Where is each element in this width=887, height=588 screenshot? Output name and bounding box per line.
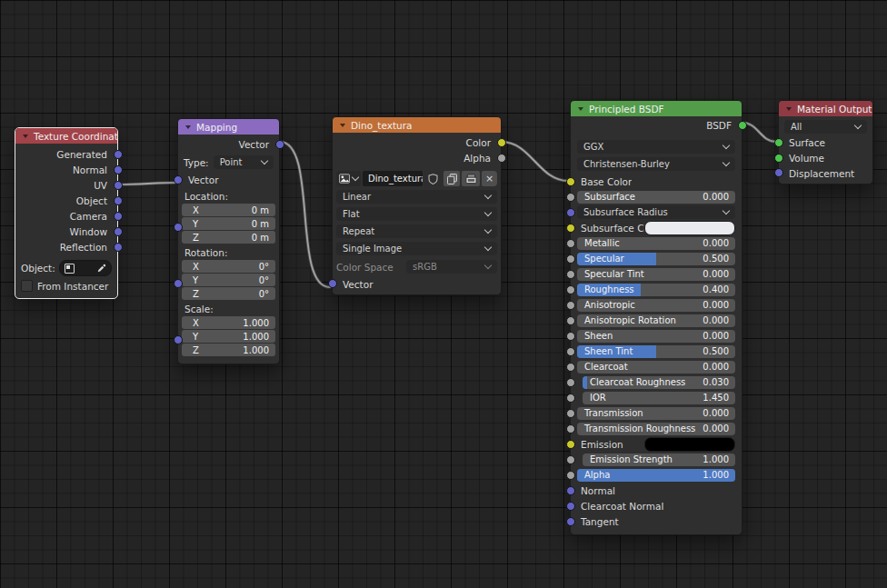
socket-metallic[interactable] xyxy=(566,239,575,248)
collapse-triangle-icon[interactable] xyxy=(340,124,345,127)
socket-clearcoat-roughness[interactable] xyxy=(566,378,575,387)
anisotropic-rotation-slider[interactable]: Anisotropic Rotation0.000 xyxy=(577,314,735,327)
alpha-slider[interactable]: Alpha1.000 xyxy=(577,469,735,482)
extension-dropdown[interactable]: Repeat xyxy=(336,224,497,238)
socket-specular[interactable] xyxy=(566,254,575,264)
pack-image-button[interactable] xyxy=(462,171,480,186)
socket-subsurface[interactable] xyxy=(566,193,575,202)
socket-subsurface-radius[interactable] xyxy=(566,208,575,217)
scale-x-slider[interactable]: X1.000 xyxy=(182,316,275,329)
transmission-roughness-slider[interactable]: Transmission Roughness0.000 xyxy=(577,423,735,435)
node-mapping[interactable]: Mapping Vector Type: Point Vector Locati… xyxy=(177,118,280,364)
socket-object[interactable] xyxy=(114,196,123,205)
socket-alpha[interactable] xyxy=(566,471,575,480)
target-dropdown[interactable]: All xyxy=(784,120,867,134)
specular-slider[interactable]: Specular0.500 xyxy=(577,253,735,265)
eyedropper-icon[interactable] xyxy=(96,264,106,274)
socket-sheen-tint[interactable] xyxy=(566,347,575,356)
object-picker-field[interactable] xyxy=(59,260,112,276)
projection-dropdown[interactable]: Flat xyxy=(336,207,497,221)
socket-base-color[interactable] xyxy=(566,177,575,186)
new-image-button[interactable] xyxy=(444,171,460,186)
socket-sheen[interactable] xyxy=(566,332,575,341)
socket-transmission-roughness[interactable] xyxy=(566,424,575,434)
color-space-dropdown[interactable]: sRGB xyxy=(406,260,497,274)
from-instancer-checkbox[interactable] xyxy=(21,280,33,292)
node-header[interactable]: Dino_textura xyxy=(333,117,501,133)
ior-slider[interactable]: IOR1.450 xyxy=(583,392,735,404)
sheen-slider[interactable]: Sheen0.000 xyxy=(577,330,735,343)
node-image-texture[interactable]: Dino_textura Color Alpha Dino_textura xyxy=(332,116,502,295)
socket-subsurface-color[interactable] xyxy=(566,224,575,233)
rotation-x-slider[interactable]: X0° xyxy=(182,260,275,273)
socket-rotation[interactable] xyxy=(174,279,183,288)
mapping-type-dropdown[interactable]: Point xyxy=(214,155,274,169)
location-y-slider[interactable]: Y0 m xyxy=(182,217,275,230)
socket-specular-tint[interactable] xyxy=(566,270,575,279)
rotation-y-slider[interactable]: Y0° xyxy=(182,274,275,286)
link-mapping-to-texture[interactable] xyxy=(280,142,330,287)
subsurface-slider[interactable]: Subsurface0.000 xyxy=(577,191,735,204)
socket-camera[interactable] xyxy=(114,212,123,221)
socket-vector-in[interactable] xyxy=(174,175,183,184)
socket-roughness[interactable] xyxy=(566,285,575,294)
unlink-image-button[interactable]: × xyxy=(482,171,497,186)
socket-clearcoat-normal[interactable] xyxy=(566,502,575,511)
source-dropdown[interactable]: Single Image xyxy=(336,242,497,255)
fake-user-toggle[interactable] xyxy=(424,171,442,186)
node-header[interactable]: Principled BSDF xyxy=(571,101,742,116)
socket-clearcoat[interactable] xyxy=(566,363,575,372)
image-name-field[interactable]: Dino_textura xyxy=(363,171,423,186)
socket-emission[interactable] xyxy=(566,440,575,449)
socket-generated[interactable] xyxy=(114,150,123,159)
sheen-tint-slider[interactable]: Sheen Tint0.500 xyxy=(577,345,735,358)
node-header[interactable]: Mapping xyxy=(178,119,279,135)
socket-vector-in[interactable] xyxy=(328,279,337,288)
emission-strength-slider[interactable]: Emission Strength1.000 xyxy=(583,453,735,466)
node-editor-canvas[interactable]: Texture Coordinate Generated Normal UV O… xyxy=(0,0,887,588)
node-principled-bsdf[interactable]: Principled BSDF BSDF GGX Christensen-Bur… xyxy=(570,100,742,535)
socket-surface[interactable] xyxy=(774,138,783,147)
socket-normal-in[interactable] xyxy=(566,486,575,495)
collapse-triangle-icon[interactable] xyxy=(578,107,583,111)
link-color-to-basecolor[interactable] xyxy=(502,142,568,181)
location-z-slider[interactable]: Z0 m xyxy=(182,231,275,244)
socket-transmission[interactable] xyxy=(566,409,575,418)
socket-normal[interactable] xyxy=(114,165,123,174)
collapse-triangle-icon[interactable] xyxy=(185,125,191,129)
socket-location[interactable] xyxy=(174,223,183,232)
clearcoat-roughness-slider[interactable]: Clearcoat Roughness0.030 xyxy=(583,376,735,389)
metallic-slider[interactable]: Metallic0.000 xyxy=(577,237,735,250)
subsurface-color-swatch[interactable] xyxy=(644,221,735,235)
socket-displacement[interactable] xyxy=(774,168,783,177)
scale-y-slider[interactable]: Y1.000 xyxy=(182,330,275,343)
collapse-triangle-icon[interactable] xyxy=(786,107,792,111)
socket-alpha-out[interactable] xyxy=(497,154,506,163)
link-bsdf-to-surface[interactable] xyxy=(742,123,776,142)
distribution-dropdown[interactable]: GGX xyxy=(577,140,735,154)
scale-z-slider[interactable]: Z1.000 xyxy=(182,344,275,356)
socket-volume[interactable] xyxy=(774,154,783,163)
collapse-triangle-icon[interactable] xyxy=(23,135,28,138)
socket-ior[interactable] xyxy=(566,394,575,403)
socket-reflection[interactable] xyxy=(114,243,123,252)
node-material-output[interactable]: Material Output All Surface Volume Displ… xyxy=(778,100,873,184)
socket-color-out[interactable] xyxy=(497,138,506,147)
emission-color-swatch[interactable] xyxy=(644,437,735,452)
transmission-slider[interactable]: Transmission0.000 xyxy=(577,407,735,420)
socket-anisotropic-rotation[interactable] xyxy=(566,316,575,325)
node-texture-coordinate[interactable]: Texture Coordinate Generated Normal UV O… xyxy=(15,127,118,299)
socket-anisotropic[interactable] xyxy=(566,301,575,310)
anisotropic-slider[interactable]: Anisotropic0.000 xyxy=(577,299,735,312)
interpolation-dropdown[interactable]: Linear xyxy=(336,190,497,204)
socket-emission-strength[interactable] xyxy=(566,455,575,464)
socket-window[interactable] xyxy=(114,227,123,236)
socket-scale[interactable] xyxy=(174,335,183,344)
roughness-slider[interactable]: Roughness0.400 xyxy=(577,284,735,296)
subsurface-method-dropdown[interactable]: Christensen-Burley xyxy=(577,157,735,171)
socket-bsdf-out[interactable] xyxy=(738,121,747,130)
image-browse-button[interactable] xyxy=(336,171,361,186)
socket-tangent[interactable] xyxy=(566,517,575,526)
socket-vector-out[interactable] xyxy=(275,140,284,149)
socket-uv[interactable] xyxy=(114,181,123,190)
